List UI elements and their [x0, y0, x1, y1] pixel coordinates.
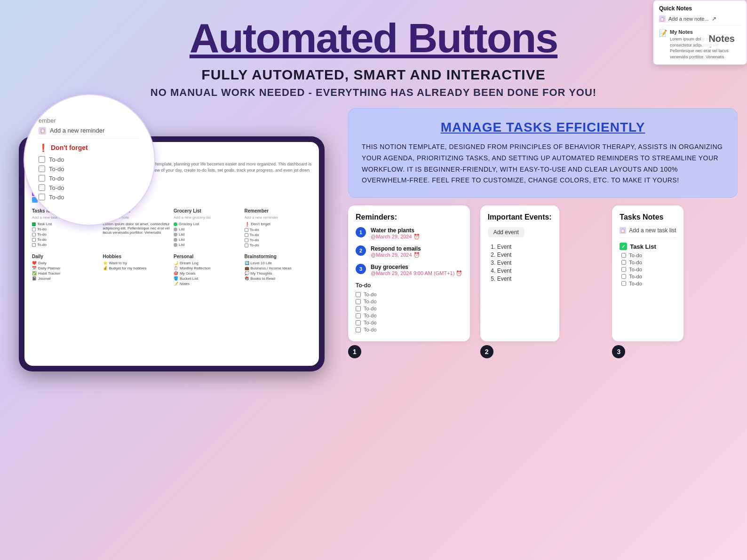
reminder-date-1: @March 29, 2024 ⏰ — [371, 234, 420, 240]
rem-todo-1: To-do — [356, 292, 462, 297]
manage-tasks-description: THIS NOTION TEMPLATE, DESIGNED FROM PRIN… — [362, 142, 724, 186]
add-note-button[interactable]: 📋 Add a new note... ↗ — [659, 16, 741, 25]
bottom-cards: Reminders: 1 Water the plants @March 29,… — [348, 205, 738, 358]
add-event-button[interactable]: Add event — [488, 227, 524, 237]
task-check-icon: ✓ — [620, 243, 627, 250]
events-card: Important Events: Add event Event Event … — [480, 205, 559, 341]
grocery-item-4: List — [174, 243, 241, 247]
event-3: Event — [497, 260, 552, 266]
brainstorm-item-4: 📚Books to Read — [245, 276, 312, 281]
notes-label: Notes — [701, 31, 742, 47]
event-list: Event Event Event Event Event — [488, 244, 552, 282]
reminder-2: 2 Respond to emails @March 29, 2024 ⏰ — [356, 245, 462, 258]
grocery-dot-icon-4 — [174, 243, 177, 247]
grocery-item-1: List — [174, 227, 241, 231]
event-4: Event — [497, 268, 552, 274]
content-layout: ember 📋 Add a new reminder ❗ Don't forge… — [0, 108, 747, 371]
brainstorm-item-3: 💭My Thoughts — [245, 271, 312, 276]
reminder-circle-popup: ember 📋 Add a new reminder ❗ Don't forge… — [24, 94, 155, 226]
rem-todo-4: To-do — [356, 313, 462, 318]
grocery-dot-icon — [174, 222, 177, 226]
todo-item-3: To-do — [39, 175, 140, 182]
remember-add: Add a new reminder — [245, 215, 312, 220]
rem-todo-3: To-do — [356, 306, 462, 311]
reminder-title-1: Water the plants — [371, 227, 420, 234]
grocery-item-0: Grocery List — [174, 222, 241, 226]
reminder-num-1: 1 — [356, 227, 366, 237]
reminder-num-2: 2 — [356, 245, 366, 256]
add-reminder-icon: 📋 — [39, 127, 46, 134]
subtitle1: FULLY AUTOMATED, SMART AND INTERACTIVE — [0, 67, 747, 83]
hobbies-item-2: 💰Budget for my hobbies — [103, 266, 170, 270]
reminder-1: 1 Water the plants @March 29, 2024 ⏰ — [356, 227, 462, 240]
hobbies-item-1: ⭐Want to try — [103, 261, 170, 265]
daily-section: Daily ❤️Daily 📅Daily Planner ✅Habit Trac… — [32, 254, 99, 287]
personal-item-3: 🎯My Goals — [174, 271, 241, 276]
task-todo-4: To-do — [621, 274, 676, 279]
event-2: Event — [497, 252, 552, 258]
reminder-3: 3 Buy groceries @March 29, 2024 9:00 AM … — [356, 264, 462, 276]
remember-todo-3: To-do — [245, 238, 312, 242]
personal-item-1: 🌙Dream Log — [174, 261, 241, 265]
main-heading: Automated Buttons — [0, 14, 747, 62]
left-side: ember 📋 Add a new reminder ❗ Don't forge… — [9, 108, 339, 371]
grocery-col-title: Grocery List — [174, 208, 241, 213]
daily-item-3: ✅Habit Tracker — [32, 271, 99, 276]
add-task-icon: 📋 — [620, 227, 626, 234]
grocery-item-3: List — [174, 237, 241, 242]
todo-col-item-1: To-do — [32, 227, 99, 231]
reminder-date-2: @March 29, 2024 ⏰ — [371, 252, 421, 258]
reminders-card-wrapper: Reminders: 1 Water the plants @March 29,… — [348, 205, 474, 358]
add-reminder-button[interactable]: 📋 Add a new reminder — [39, 127, 140, 139]
task-todo-3: To-do — [621, 267, 676, 272]
hobbies-section: Hobbies ⭐Want to try 💰Budget for my hobb… — [103, 254, 170, 287]
quick-notes-title: Quick Notes — [659, 5, 741, 12]
grocery-item-2: List — [174, 232, 241, 237]
brainstorming-title: Brainstorming — [245, 254, 312, 259]
personal-section: Personal 🌙Dream Log 🪞Monthly Reflection … — [174, 254, 241, 287]
rem-todo-5: To-do — [356, 320, 462, 325]
brainstorming-section: Brainstorming 🔟Level 10 Life 💼Business /… — [245, 254, 312, 287]
personal-item-2: 🪞Monthly Reflection — [174, 266, 241, 270]
event-1: Event — [497, 244, 552, 250]
dashboard-bottom-grid: Daily ❤️Daily 📅Daily Planner ✅Habit Trac… — [32, 254, 311, 287]
personal-item-5: 📝Notes — [174, 282, 241, 286]
subtitle2: NO MANUAL WORK NEEDED - EVERYTHING HAS A… — [0, 87, 747, 99]
remember-todo-4: To-do — [245, 243, 312, 247]
grocery-dot-icon-1 — [174, 228, 177, 231]
rem-todo-6: To-do — [356, 327, 462, 332]
exclaim-icon: ❗ — [245, 222, 250, 227]
cursor-icon: ↗ — [712, 16, 716, 22]
note-emoji-icon: 📝 — [659, 29, 667, 60]
daily-title: Daily — [32, 254, 99, 259]
brainstorm-item-2: 💼Business / Income Ideas — [245, 266, 312, 270]
grocery-list-col: Grocery List Add a new grocery list Groc… — [174, 208, 241, 248]
daily-item-1: ❤️Daily — [32, 261, 99, 265]
manage-tasks-box: MANAGE TASKS EFFICIENTLY THIS NOTION TEM… — [348, 108, 738, 198]
tasks-notes-card-wrapper: Tasks Notes 📋 Add a new task list ✓ Task… — [612, 205, 738, 358]
reminder-title-2: Respond to emails — [371, 245, 421, 252]
events-card-wrapper: Important Events: Add event Event Event … — [480, 205, 606, 358]
subtitle-section: FULLY AUTOMATED, SMART AND INTERACTIVE N… — [0, 67, 747, 99]
grocery-dot-icon-3 — [174, 238, 177, 242]
grocery-add: Add a new grocery list — [174, 215, 241, 220]
notes-text: Lorem ipsum dolor sit amet, consectetur … — [103, 222, 170, 235]
badge-1: 1 — [348, 345, 361, 358]
reminder-date-3: @March 29, 2024 9:00 AM (GMT+1) ⏰ — [371, 270, 462, 276]
event-5: Event — [497, 276, 552, 282]
hobbies-title: Hobbies — [103, 254, 170, 259]
events-title: Important Events: — [488, 213, 552, 221]
remember-todo-1: To-do — [245, 228, 312, 232]
remember-col-title: Remember — [245, 208, 312, 213]
todo-section-title: To-do — [356, 282, 462, 289]
main-title-section: Automated Buttons — [0, 0, 747, 62]
circle-header: ember — [39, 117, 140, 124]
add-task-list-button[interactable]: 📋 Add a new task list — [620, 227, 676, 238]
task-todo-5: To-do — [621, 281, 676, 286]
todo-item-1: To-do — [39, 156, 140, 163]
todo-col-item-3: To-do — [32, 237, 99, 242]
todo-item-5: To-do — [39, 194, 140, 201]
dont-forget-title: ❗ Don't forget — [39, 143, 140, 152]
tasks-notes-card-title: Tasks Notes — [620, 213, 676, 221]
reminders-card: Reminders: 1 Water the plants @March 29,… — [348, 205, 470, 341]
